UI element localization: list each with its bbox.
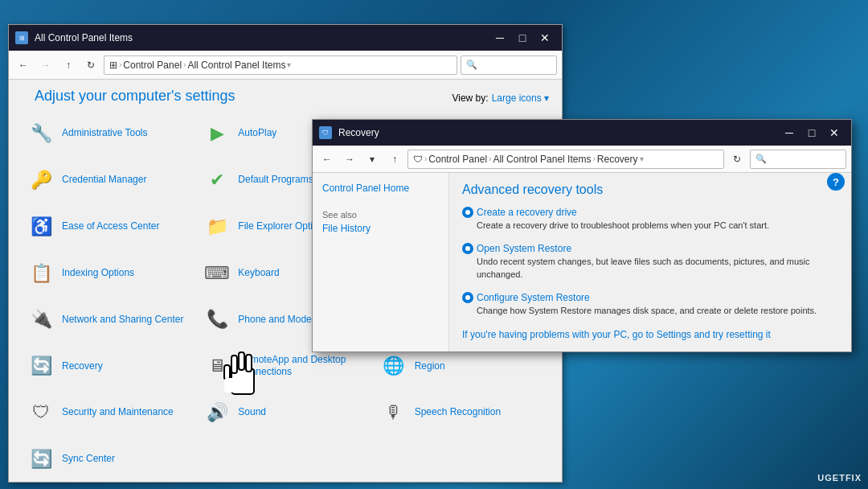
cp-item-label: Speech Recognition xyxy=(415,406,501,419)
main-window-controls: ─ □ ✕ xyxy=(489,30,555,46)
main-search-box[interactable]: 🔍 xyxy=(461,55,557,75)
cp-item-label: Credential Manager xyxy=(62,174,146,187)
see-also-section: See also File History xyxy=(322,210,439,234)
cp-item-label: AutoPlay xyxy=(238,127,276,140)
cp-item-icon: 🔑 xyxy=(27,166,55,195)
cp-item-icon: 🔊 xyxy=(203,398,231,427)
cp-item-icon: ▶ xyxy=(203,119,231,148)
cp-item-label: RemoteApp and Desktop Connections xyxy=(238,354,367,379)
main-address-bar: ← → ↑ ↻ ⊞ › Control Panel › All Control … xyxy=(9,51,562,80)
recovery-address-path-box[interactable]: 🛡 › Control Panel › All Control Panel It… xyxy=(407,150,724,169)
recovery-sidebar: Control Panel Home See also File History xyxy=(313,173,449,351)
control-panel-item[interactable]: 🔄 Sync Center xyxy=(22,437,196,482)
recovery-window: 🛡 Recovery ─ □ ✕ ← → ▾ ↑ 🛡 › Control Pan… xyxy=(312,119,852,352)
recovery-path-cp: Control Panel xyxy=(428,154,487,165)
see-also-label: See also xyxy=(322,210,439,220)
control-panel-item[interactable]: 🛡 Security and Maintenance xyxy=(22,390,196,435)
search-icon: 🔍 xyxy=(466,60,477,70)
watermark: UGETFIX xyxy=(817,473,862,483)
recovery-forward-button[interactable]: → xyxy=(340,150,359,169)
recovery-link-icon-2 xyxy=(462,243,473,254)
create-recovery-drive-link[interactable]: Create a recovery drive xyxy=(462,207,838,218)
control-panel-item[interactable]: 🔑 Credential Manager xyxy=(22,158,196,203)
cp-item-label: Network and Sharing Center xyxy=(62,314,183,327)
path-all-items: All Control Panel Items xyxy=(187,60,285,71)
recovery-item-3: Configure System Restore Change how Syst… xyxy=(462,292,838,317)
recovery-window-icon: 🛡 xyxy=(319,126,332,139)
recovery-titlebar: 🛡 Recovery ─ □ ✕ xyxy=(313,120,851,146)
cp-item-label: Sound xyxy=(238,406,266,419)
path-control-panel: Control Panel xyxy=(123,60,182,71)
cp-item-label: Security and Maintenance xyxy=(62,406,174,419)
cp-item-icon: ✔ xyxy=(203,166,231,195)
view-by-container: View by: Large icons ▾ xyxy=(452,92,549,104)
recovery-main-panel: Advanced recovery tools Create a recover… xyxy=(449,173,851,351)
control-panel-item[interactable]: 📋 Indexing Options xyxy=(22,251,196,296)
control-panel-item[interactable]: 🔧 Administrative Tools xyxy=(22,111,196,156)
recovery-search-box[interactable]: 🔍 xyxy=(750,150,846,169)
recovery-control-panel-home-link[interactable]: Control Panel Home xyxy=(322,183,439,194)
cp-item-icon: 🛡 xyxy=(27,398,55,427)
refresh-button[interactable]: ↻ xyxy=(81,55,100,75)
recovery-address-bar: ← → ▾ ↑ 🛡 › Control Panel › All Control … xyxy=(313,146,851,173)
file-history-link[interactable]: File History xyxy=(322,223,439,234)
view-by-label: View by: xyxy=(452,92,488,104)
recovery-path-icon: 🛡 xyxy=(413,154,423,165)
recovery-window-title: Recovery xyxy=(338,127,779,138)
control-panel-item[interactable]: ♿ Ease of Access Center xyxy=(22,204,196,249)
up-button[interactable]: ↑ xyxy=(59,55,78,75)
view-by-value[interactable]: Large icons ▾ xyxy=(492,92,549,104)
recovery-recent-button[interactable]: ▾ xyxy=(362,150,382,169)
recovery-maximize-button[interactable]: □ xyxy=(801,125,822,141)
minimize-button[interactable]: ─ xyxy=(489,30,510,46)
create-recovery-drive-desc: Create a recovery drive to troubleshoot … xyxy=(477,220,838,232)
cp-item-icon: 🌐 xyxy=(379,351,408,380)
recovery-up-button[interactable]: ↑ xyxy=(385,150,404,169)
cp-item-label: Phone and Modem xyxy=(238,314,319,327)
cp-item-icon: ♿ xyxy=(27,212,55,241)
recovery-path-recovery: Recovery xyxy=(597,154,638,165)
create-recovery-drive-label: Create a recovery drive xyxy=(477,207,577,218)
control-panel-item[interactable]: 🔊 Sound xyxy=(198,390,372,435)
recovery-minimize-button[interactable]: ─ xyxy=(779,125,800,141)
recovery-back-button[interactable]: ← xyxy=(317,150,337,169)
recovery-path-all: All Control Panel Items xyxy=(493,154,591,165)
recovery-link-icon-3 xyxy=(462,292,473,303)
maximize-button[interactable]: □ xyxy=(512,30,533,46)
open-system-restore-label: Open System Restore xyxy=(477,243,571,254)
recovery-content: Control Panel Home See also File History… xyxy=(313,173,851,351)
back-button[interactable]: ← xyxy=(14,55,33,75)
configure-system-restore-label: Configure System Restore xyxy=(477,292,590,303)
cp-item-icon: 📞 xyxy=(203,305,231,334)
help-button[interactable]: ? xyxy=(827,173,845,191)
cp-item-icon: 📁 xyxy=(203,212,231,241)
forward-button[interactable]: → xyxy=(36,55,55,75)
cp-item-icon: 🔧 xyxy=(27,119,55,148)
configure-system-restore-link[interactable]: Configure System Restore xyxy=(462,292,838,303)
main-window-title: All Control Panel Items xyxy=(35,32,489,43)
page-title: Adjust your computer's settings xyxy=(22,84,248,111)
recovery-refresh-button[interactable]: ↻ xyxy=(727,150,747,169)
main-window-icon: ⊞ xyxy=(15,31,28,44)
reset-pc-link[interactable]: If you're having problems with your PC, … xyxy=(462,329,838,340)
cp-item-label: Administrative Tools xyxy=(62,127,148,140)
cp-item-icon: 📋 xyxy=(27,259,55,288)
path-icon: ⊞ xyxy=(109,60,117,71)
open-system-restore-link[interactable]: Open System Restore xyxy=(462,243,838,254)
control-panel-item[interactable]: 🎙 Speech Recognition xyxy=(375,390,549,435)
main-titlebar: ⊞ All Control Panel Items ─ □ ✕ xyxy=(9,25,562,51)
address-path-box[interactable]: ⊞ › Control Panel › All Control Panel It… xyxy=(104,55,457,75)
cp-item-icon: 🔌 xyxy=(27,305,55,334)
cp-item-icon: 🎙 xyxy=(379,398,408,427)
open-system-restore-desc: Undo recent system changes, but leave fi… xyxy=(477,256,838,281)
control-panel-item[interactable]: 🔄 Recovery xyxy=(22,343,196,388)
cp-item-label: Sync Center xyxy=(62,453,115,466)
cp-item-icon: 🔄 xyxy=(27,445,55,474)
cp-item-icon: ⌨ xyxy=(203,259,231,288)
recovery-close-button[interactable]: ✕ xyxy=(824,125,845,141)
control-panel-item[interactable]: 🔌 Network and Sharing Center xyxy=(22,298,196,343)
close-button[interactable]: ✕ xyxy=(534,30,555,46)
cp-item-label: Indexing Options xyxy=(62,267,134,280)
cp-item-icon: 🖥 xyxy=(203,351,231,380)
cp-item-label: Ease of Access Center xyxy=(62,220,159,233)
